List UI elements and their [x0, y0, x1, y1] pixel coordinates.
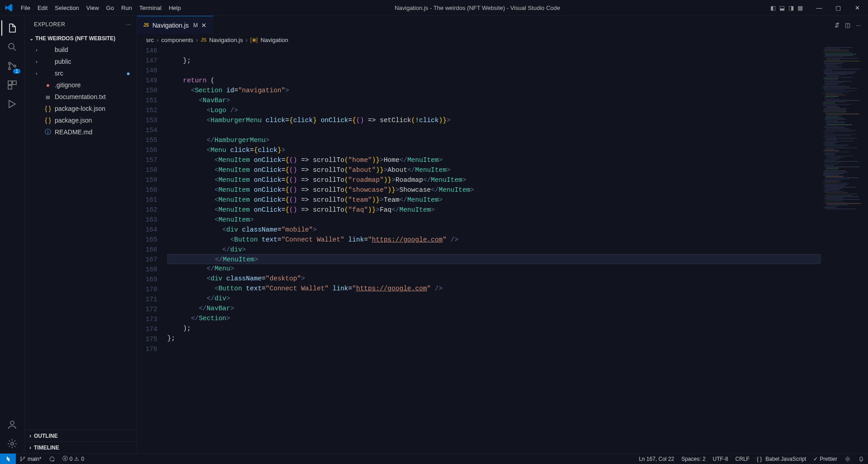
code-line[interactable]: return (	[167, 76, 821, 85]
split-editor-icon[interactable]: ◫	[845, 22, 850, 28]
extensions-icon[interactable]	[1, 76, 23, 95]
search-icon[interactable]	[1, 38, 23, 57]
code-line[interactable]: </Menu>	[167, 264, 821, 274]
crumb-file[interactable]: JSNavigation.js	[201, 37, 243, 43]
code-line[interactable]: <Logo />	[167, 105, 821, 115]
line-number: 147	[137, 56, 157, 66]
customize-layout-icon[interactable]: ▦	[797, 5, 803, 11]
line-number: 156	[137, 145, 157, 155]
code-line[interactable]: <MenuItem onClick={() => scrollTo("about…	[167, 165, 821, 175]
code-line[interactable]: <div className="mobile">	[167, 225, 821, 235]
tree-item-public[interactable]: ›public	[25, 56, 137, 67]
eol[interactable]: CRLF	[732, 456, 753, 462]
crumb-components[interactable]: components	[161, 37, 193, 43]
code-line[interactable]	[167, 125, 821, 135]
code-line[interactable]: <MenuItem onClick={() => scrollTo("showc…	[167, 185, 821, 195]
menu-selection[interactable]: Selection	[51, 2, 82, 14]
tab-navigation-js[interactable]: JS Navigation.js M ✕	[137, 16, 213, 34]
remote-indicator[interactable]	[0, 454, 16, 464]
accounts-icon[interactable]	[1, 415, 23, 434]
git-branch[interactable]: main*	[16, 456, 45, 462]
code-line[interactable]: </MenuItem>	[167, 254, 821, 264]
crumb-src[interactable]: src	[146, 37, 154, 43]
tree-item-README-md[interactable]: ⓘREADME.md	[25, 126, 137, 138]
code-line[interactable]	[167, 46, 821, 56]
outline-section[interactable]: › OUTLINE	[25, 430, 137, 441]
compare-changes-icon[interactable]: ⇵	[835, 22, 840, 28]
code-line[interactable]: <Menu click={click}>	[167, 145, 821, 155]
encoding[interactable]: UTF-8	[709, 456, 732, 462]
code-line[interactable]: <MenuItem onClick={() => scrollTo("home"…	[167, 155, 821, 165]
file-tree: ›build›public›src●●.gitignore≣Documentat…	[25, 44, 137, 430]
code-line[interactable]: };	[167, 333, 821, 343]
svg-point-12	[847, 458, 849, 460]
sidebar-actions-icon[interactable]: ···	[126, 21, 131, 28]
code-line[interactable]: <div className="desktop">	[167, 274, 821, 284]
language-mode[interactable]: { }Babel JavaScript	[753, 456, 810, 462]
indentation[interactable]: Spaces: 2	[678, 456, 709, 462]
project-section[interactable]: ⌄ THE WEIRDOS (NFT WEBSITE)	[25, 33, 137, 44]
code-line[interactable]	[167, 66, 821, 76]
crumb-symbol[interactable]: [◉]Navigation	[250, 37, 288, 43]
panel-left-icon[interactable]: ◧	[770, 5, 776, 11]
notifications-icon[interactable]	[854, 456, 868, 462]
code-line[interactable]: </NavBar>	[167, 303, 821, 313]
code-line[interactable]	[167, 343, 821, 353]
code-line[interactable]: <MenuItem>	[167, 215, 821, 225]
code-line[interactable]: </div>	[167, 245, 821, 255]
line-number: 172	[137, 304, 157, 314]
code-line[interactable]: <Button text="Connect Wallet" link="http…	[167, 284, 821, 294]
code-line[interactable]: </div>	[167, 294, 821, 303]
code-line[interactable]: <MenuItem onClick={() => scrollTo("roadm…	[167, 175, 821, 185]
panel-bottom-icon[interactable]: ⬓	[779, 5, 785, 11]
minimize-button[interactable]: —	[810, 1, 828, 14]
panel-right-icon[interactable]: ◨	[788, 5, 794, 11]
menu-go[interactable]: Go	[103, 2, 118, 14]
tree-item-src[interactable]: ›src●	[25, 67, 137, 79]
code-line[interactable]: </HamburgerMenu>	[167, 135, 821, 145]
tree-item--gitignore[interactable]: ●.gitignore	[25, 79, 137, 91]
code-line[interactable]: </Section>	[167, 313, 821, 323]
code-line[interactable]: <Button text="Connect Wallet" link="http…	[167, 235, 821, 245]
tree-item-package-json[interactable]: { }package.json	[25, 114, 137, 126]
run-debug-icon[interactable]	[1, 95, 23, 114]
line-number: 166	[137, 245, 157, 255]
code-line[interactable]: };	[167, 56, 821, 66]
maximize-button[interactable]: ▢	[829, 1, 847, 14]
breadcrumbs[interactable]: src › components › JSNavigation.js › [◉]…	[137, 34, 868, 46]
line-number: 158	[137, 165, 157, 175]
tree-item-Documentation-txt[interactable]: ≣Documentation.txt	[25, 91, 137, 103]
source-control-icon[interactable]: 1	[1, 57, 23, 76]
minimap[interactable]	[821, 46, 868, 453]
sync-button[interactable]	[45, 456, 59, 462]
menu-run[interactable]: Run	[118, 2, 136, 14]
code-line[interactable]: <MenuItem onClick={() => scrollTo("faq")…	[167, 205, 821, 215]
code-editor[interactable]: }; return ( <Section id="navigation"> <N…	[162, 46, 821, 453]
prettier-status[interactable]: Prettier	[810, 456, 841, 462]
code-line[interactable]: <HamburgerMenu click={click} onClick={()…	[167, 115, 821, 125]
menu-view[interactable]: View	[83, 2, 103, 14]
code-line[interactable]: );	[167, 323, 821, 333]
timeline-section[interactable]: › TIMELINE	[25, 441, 137, 453]
close-button[interactable]: ✕	[848, 1, 866, 14]
svg-point-1	[9, 62, 11, 65]
settings-gear-icon[interactable]	[1, 434, 23, 453]
code-line[interactable]: <Section id="navigation">	[167, 85, 821, 95]
menu-help[interactable]: Help	[165, 2, 184, 14]
menu-terminal[interactable]: Terminal	[136, 2, 165, 14]
explorer-icon[interactable]	[1, 19, 23, 38]
menu-edit[interactable]: Edit	[34, 2, 51, 14]
tree-item-build[interactable]: ›build	[25, 44, 137, 56]
line-number: 164	[137, 225, 157, 235]
feedback-icon[interactable]	[841, 456, 854, 462]
close-tab-icon[interactable]: ✕	[201, 22, 207, 29]
chevron-right-icon: ›	[36, 71, 41, 76]
tree-item-package-lock-json[interactable]: { }package-lock.json	[25, 103, 137, 114]
sidebar-title: EXPLORER	[34, 21, 65, 28]
more-actions-icon[interactable]: ···	[856, 22, 861, 28]
code-line[interactable]: <MenuItem onClick={() => scrollTo("team"…	[167, 195, 821, 205]
code-line[interactable]: <NavBar>	[167, 95, 821, 105]
menu-file[interactable]: File	[17, 2, 34, 14]
problems-indicator[interactable]: ⓧ0 ⚠0	[59, 455, 88, 463]
cursor-position[interactable]: Ln 167, Col 22	[635, 456, 678, 462]
